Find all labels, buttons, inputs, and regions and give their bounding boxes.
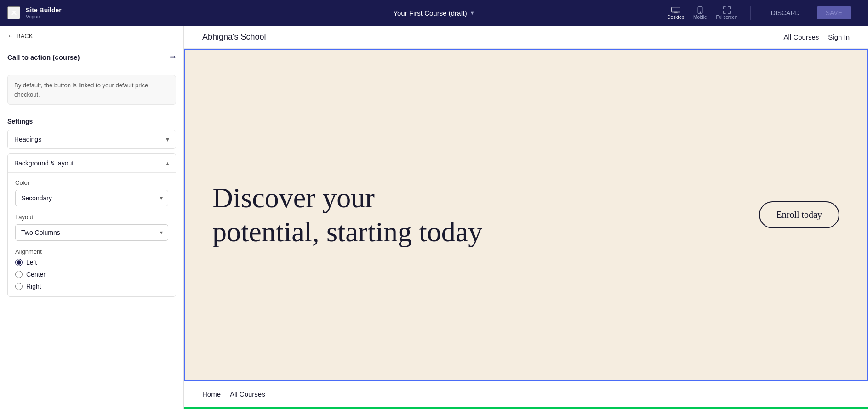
alignment-center-option[interactable]: Center: [15, 271, 168, 278]
alignment-center-radio[interactable]: [15, 271, 23, 278]
preview-nav: Abhigna's School All Courses Sign In: [184, 26, 868, 49]
sidebar-scroll: ← BACK Call to action (course) ✏ By defa…: [0, 26, 183, 409]
alignment-left-radio[interactable]: [15, 259, 23, 266]
settings-label: Settings: [7, 118, 176, 125]
hero-text: Discover your potential, starting today: [212, 181, 488, 249]
fullscreen-view-button[interactable]: Fullscreen: [716, 6, 737, 20]
content-area: Abhigna's School All Courses Sign In Dis…: [184, 26, 868, 409]
footer-all-courses-link[interactable]: All Courses: [230, 390, 265, 398]
brand-info: Site Builder Vogue: [26, 6, 62, 19]
layout-label: Layout: [15, 214, 168, 221]
course-name[interactable]: Your First Course (draft) ▼: [393, 9, 474, 17]
headings-label: Headings: [14, 136, 41, 143]
background-layout-accordion: Background & layout ▴ Color Secondary Pr…: [7, 153, 176, 297]
background-layout-accordion-header[interactable]: Background & layout ▴: [8, 154, 176, 172]
headings-accordion-header[interactable]: Headings ▾: [8, 130, 176, 148]
alignment-left-option[interactable]: Left: [15, 259, 168, 266]
preview-nav-links: All Courses Sign In: [784, 33, 850, 41]
desktop-view-button[interactable]: Desktop: [667, 6, 684, 20]
view-controls: Desktop Mobile Fullscreen DISCARD SAVE: [667, 6, 851, 20]
progress-bar: [184, 407, 868, 409]
sidebar-top-bar: ← BACK: [0, 26, 183, 46]
component-title: Call to action (course): [7, 53, 80, 61]
edit-icon-button[interactable]: ✏: [170, 53, 176, 62]
layout-select-wrapper: Two Columns Single Column Centered ▾: [15, 224, 168, 241]
back-arrow-icon: ←: [7, 32, 14, 40]
info-box: By default, the button is linked to your…: [7, 75, 176, 105]
alignment-center-label: Center: [26, 271, 46, 278]
background-layout-label: Background & layout: [14, 159, 74, 167]
school-name: Abhigna's School: [202, 32, 266, 42]
svg-point-4: [700, 12, 701, 13]
all-courses-nav-link[interactable]: All Courses: [784, 33, 819, 41]
course-dropdown-arrow: ▼: [470, 10, 475, 16]
color-select[interactable]: Secondary Primary Tertiary White Dark: [15, 190, 168, 206]
alignment-right-radio[interactable]: [15, 283, 23, 290]
top-navbar: ✕ Site Builder Vogue Your First Course (…: [0, 0, 868, 26]
back-link[interactable]: ← BACK: [7, 32, 33, 40]
enroll-button[interactable]: Enroll today: [759, 201, 839, 228]
sign-in-nav-link[interactable]: Sign In: [828, 33, 850, 41]
nav-divider: [750, 6, 751, 20]
brand-subtitle: Vogue: [26, 14, 62, 19]
component-title-bar: Call to action (course) ✏: [0, 46, 183, 68]
headings-chevron-icon: ▾: [166, 136, 169, 143]
color-select-wrapper: Secondary Primary Tertiary White Dark ▾: [15, 190, 168, 206]
discard-button[interactable]: DISCARD: [764, 6, 807, 19]
layout-select[interactable]: Two Columns Single Column Centered: [15, 224, 168, 241]
background-layout-chevron-icon: ▴: [166, 159, 169, 167]
background-layout-body: Color Secondary Primary Tertiary White D…: [8, 172, 176, 296]
save-button[interactable]: SAVE: [817, 6, 851, 19]
sidebar: ← BACK Call to action (course) ✏ By defa…: [0, 26, 184, 409]
brand-title: Site Builder: [26, 6, 62, 14]
settings-section: Settings Headings ▾ Background & layout …: [0, 111, 183, 297]
close-button[interactable]: ✕: [7, 6, 20, 19]
info-text: By default, the button is linked to your…: [14, 82, 148, 98]
color-label: Color: [15, 179, 168, 186]
footer-home-link[interactable]: Home: [202, 390, 221, 398]
alignment-right-label: Right: [26, 283, 41, 290]
hero-section: Discover your potential, starting today …: [184, 49, 868, 381]
mobile-view-button[interactable]: Mobile: [693, 6, 707, 20]
alignment-radio-group: Left Center Right: [15, 259, 168, 290]
alignment-label: Alignment: [15, 248, 168, 255]
main-layout: ← BACK Call to action (course) ✏ By defa…: [0, 26, 868, 409]
back-label: BACK: [17, 33, 33, 40]
footer-nav: Home All Courses: [184, 381, 868, 407]
svg-rect-0: [672, 7, 680, 12]
alignment-left-label: Left: [26, 259, 37, 266]
headings-accordion: Headings ▾: [7, 130, 176, 149]
alignment-right-option[interactable]: Right: [15, 283, 168, 290]
